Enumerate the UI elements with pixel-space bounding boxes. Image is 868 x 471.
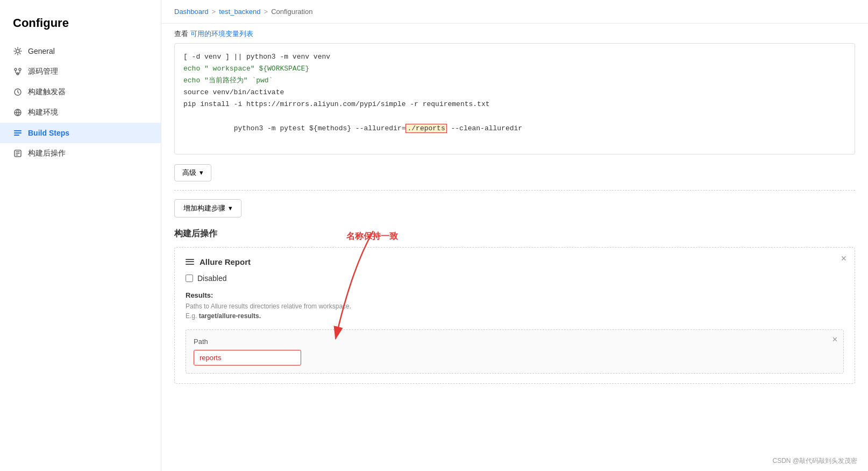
post-build-title: 构建后操作 — [174, 228, 855, 240]
trigger-icon — [13, 87, 23, 97]
code-section: 查看 可用的环境变量列表 [ -d venv ] || python3 -m v… — [174, 29, 855, 154]
env-link-row: 查看 可用的环境变量列表 — [174, 29, 855, 39]
results-label: Results: — [186, 291, 844, 299]
allure-report-card: ✕ Allure Report Disabled Results: Paths … — [174, 247, 855, 384]
main-content: Dashboard > test_backend > Configuration… — [161, 0, 868, 471]
code-line-4: source venv/bin/activate — [183, 87, 846, 99]
path-label: Path — [194, 338, 836, 346]
add-step-row: 增加构建步骤 ▾ — [174, 199, 855, 217]
svg-point-1 — [15, 68, 17, 71]
code-line-3: echo "当前路径为" `pwd` — [183, 75, 846, 87]
allure-report-close-button[interactable]: ✕ — [841, 254, 847, 263]
sidebar-item-source[interactable]: 源码管理 — [0, 61, 161, 82]
sidebar-item-postbuild[interactable]: 构建后操作 — [0, 143, 161, 164]
sidebar-item-postbuild-label: 构建后操作 — [28, 149, 66, 158]
code-highlight-reports: ./reports — [405, 124, 446, 133]
path-section: ✕ Path — [186, 329, 844, 374]
sidebar-item-source-label: 源码管理 — [28, 67, 58, 76]
results-example-bold: target/allure-results. — [199, 312, 261, 320]
breadcrumb-dashboard[interactable]: Dashboard — [174, 8, 209, 16]
postbuild-icon — [13, 149, 23, 158]
sidebar-item-trigger[interactable]: 构建触发器 — [0, 82, 161, 102]
svg-rect-6 — [14, 130, 22, 131]
add-step-button[interactable]: 增加构建步骤 ▾ — [174, 199, 241, 217]
results-desc-text: Paths to Allure results directories rela… — [186, 303, 351, 310]
sidebar-item-buildsteps[interactable]: Build Steps — [0, 123, 161, 143]
path-input[interactable] — [194, 350, 301, 365]
breadcrumb-sep-2: > — [264, 8, 268, 16]
sidebar-item-general-label: General — [28, 47, 55, 55]
source-icon — [13, 67, 23, 76]
sidebar-item-trigger-label: 构建触发器 — [28, 87, 66, 97]
disabled-label: Disabled — [197, 274, 226, 283]
svg-point-2 — [19, 68, 21, 71]
allure-report-header: Allure Report — [186, 257, 844, 266]
allure-report-title: Allure Report — [200, 257, 251, 266]
chevron-down-icon: ▾ — [200, 168, 203, 177]
code-line-1: [ -d venv ] || python3 -m venv venv — [183, 51, 846, 63]
code-line-6-suffix: --clean-alluredir — [447, 124, 522, 132]
path-input-row — [194, 350, 836, 365]
code-line-5: pip install -i https://mirrors.aliyun.co… — [183, 99, 846, 110]
breadcrumb-sep-1: > — [212, 8, 216, 16]
svg-point-0 — [16, 50, 19, 53]
advanced-row: 高级 ▾ — [174, 164, 855, 181]
sidebar: Configure General 源码管理 构建触发器 构建环境 — [0, 0, 161, 471]
gear-icon — [13, 46, 23, 56]
buildsteps-icon — [13, 128, 23, 138]
code-line-6: python3 -m pytest ${methods} --alluredir… — [183, 110, 846, 146]
sidebar-item-general[interactable]: General — [0, 41, 161, 61]
add-step-chevron-icon: ▾ — [229, 204, 232, 212]
code-line-6-prefix: python3 -m pytest ${methods} --alluredir… — [234, 124, 406, 132]
breadcrumb-backend[interactable]: test_backend — [219, 8, 260, 16]
env-link[interactable]: 可用的环境变量列表 — [190, 30, 253, 38]
sidebar-item-env-label: 构建环境 — [28, 108, 58, 117]
advanced-label: 高级 — [182, 168, 196, 178]
svg-rect-8 — [14, 135, 19, 136]
path-close-button[interactable]: ✕ — [832, 335, 838, 343]
breadcrumb: Dashboard > test_backend > Configuration — [161, 0, 868, 24]
disabled-checkbox[interactable] — [186, 275, 193, 282]
results-example: E.g. target/allure-results. — [186, 312, 261, 320]
sidebar-title: Configure — [0, 11, 161, 41]
env-icon — [13, 108, 23, 117]
drag-handle-icon — [186, 259, 194, 265]
advanced-button[interactable]: 高级 ▾ — [174, 164, 211, 181]
code-line-2: echo " workspace" ${WORKSPACE} — [183, 63, 846, 75]
add-step-label: 增加构建步骤 — [183, 203, 225, 213]
code-block[interactable]: [ -d venv ] || python3 -m venv venv echo… — [174, 43, 855, 154]
disabled-row: Disabled — [186, 274, 844, 283]
watermark: CSDN @敲代码敲到头发茂密 — [772, 456, 857, 466]
sidebar-item-env[interactable]: 构建环境 — [0, 102, 161, 123]
results-desc: Paths to Allure results directories rela… — [186, 301, 844, 321]
divider-1 — [174, 190, 855, 191]
svg-rect-7 — [14, 132, 22, 133]
sidebar-item-buildsteps-label: Build Steps — [28, 129, 69, 137]
breadcrumb-config: Configuration — [271, 8, 312, 16]
env-link-prefix: 查看 — [174, 30, 188, 38]
